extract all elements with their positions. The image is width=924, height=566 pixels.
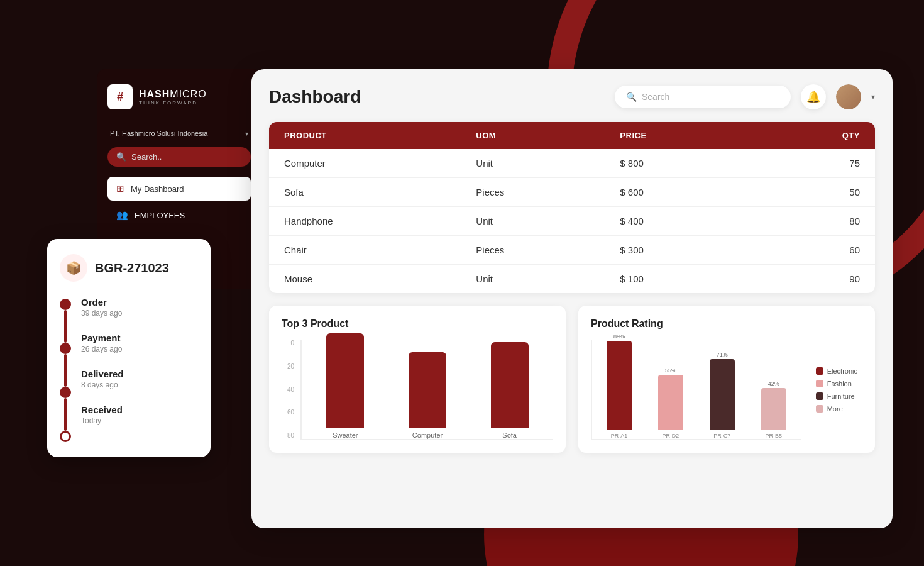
bell-icon: 🔔 [806, 90, 820, 104]
rating-bar-prc7: 71% PR-C7 [701, 352, 743, 439]
legend-label-fashion: Fashion [827, 380, 852, 387]
step-order-label: Order [81, 297, 198, 308]
step-delivered-time: 8 days ago [81, 380, 198, 389]
sidebar-dashboard-label: My Dashboard [131, 184, 184, 194]
pct-pra1: 89% [613, 333, 625, 340]
avatar [836, 84, 861, 109]
top3-bar-area: Sweater Computer Sofa [300, 340, 553, 440]
order-card-header: 📦 BGR-271023 [60, 254, 198, 282]
cell-uom-3: Pieces [476, 245, 620, 255]
main-panel: Dashboard 🔍 🔔 ▾ PRODUCT UoM PRICE QTY Co… [251, 69, 893, 528]
timeline-track [60, 297, 71, 442]
logo-text: HASHMICRO THINK FORWARD [139, 89, 207, 106]
pct-prb5: 42% [768, 380, 779, 387]
page-title: Dashboard [269, 87, 361, 107]
legend-label-furniture: Furniture [827, 392, 855, 400]
legend-furniture: Furniture [816, 392, 857, 400]
table-row: Sofa Pieces $ 600 50 [269, 178, 875, 207]
cell-price-2: $ 400 [620, 216, 764, 226]
timeline-dot-4 [60, 431, 71, 442]
step-payment-label: Payment [81, 333, 198, 343]
timeline-dot-3 [60, 387, 71, 398]
rating-bar-prd2: 55% PR-D2 [650, 367, 691, 439]
bar-sweater-label: Sweater [333, 431, 358, 439]
cell-qty-2: 80 [764, 216, 860, 226]
rbar-prc7-fill [710, 359, 735, 430]
company-selector[interactable]: PT. Hashmicro Solusi Indonesia ▾ [107, 130, 251, 137]
sidebar-item-dashboard[interactable]: ⊞ My Dashboard [107, 177, 251, 201]
sidebar-employees-label: EMPLOYEES [135, 211, 185, 220]
company-name: PT. Hashmicro Solusi Indonesia [110, 130, 207, 137]
order-icon: 📦 [60, 254, 87, 282]
timeline-step-delivered: Delivered 8 days ago [81, 369, 198, 404]
cell-uom-1: Pieces [476, 187, 620, 197]
rbar-prc7-label: PR-C7 [713, 433, 730, 439]
rating-chart-body: 89% PR-A1 55% PR-D2 71% PR-C7 [591, 340, 862, 440]
table-row: Chair Pieces $ 300 60 [269, 236, 875, 265]
bar-sweater: Sweater [314, 333, 377, 439]
employees-icon: 👥 [116, 209, 128, 221]
cell-product-1: Sofa [284, 187, 476, 197]
bar-computer: Computer [397, 352, 459, 439]
table-row: Computer Unit $ 800 75 [269, 149, 875, 178]
avatar-button[interactable] [836, 84, 861, 109]
top3-bars: Sweater Computer Sofa [300, 340, 553, 440]
search-input[interactable] [642, 92, 779, 102]
header-actions: 🔍 🔔 ▾ [615, 84, 875, 109]
rating-chart-title: Product Rating [591, 318, 862, 330]
bar-sofa: Sofa [478, 342, 541, 439]
notification-button[interactable]: 🔔 [801, 84, 826, 109]
rating-legend: Electronic Fashion Furniture More [811, 340, 862, 440]
top3-chart-title: Top 3 Product [282, 318, 553, 330]
cell-uom-2: Unit [476, 216, 620, 226]
dashboard-icon: ⊞ [116, 183, 124, 194]
table-row: Mouse Unit $ 100 90 [269, 265, 875, 293]
legend-label-more: More [827, 405, 843, 413]
legend-dot-fashion [816, 380, 823, 387]
bar-sofa-fill [491, 342, 529, 428]
sidebar-search-input[interactable] [131, 152, 242, 162]
legend-dot-furniture [816, 392, 823, 400]
pct-prc7: 71% [717, 352, 728, 358]
main-search-bar[interactable]: 🔍 [615, 86, 791, 108]
top3-chart-card: Top 3 Product 80 60 40 20 0 Sweater [269, 306, 566, 453]
timeline-step-received: Received Today [81, 404, 198, 440]
step-received-label: Received [81, 404, 198, 415]
cell-uom-4: Unit [476, 274, 620, 284]
col-price: PRICE [620, 131, 764, 140]
cell-uom-0: Unit [476, 158, 620, 169]
timeline-step-order: Order 39 days ago [81, 297, 198, 333]
cell-price-0: $ 800 [620, 158, 764, 169]
cell-price-4: $ 100 [620, 274, 764, 284]
legend-dot-electronic [816, 367, 823, 375]
legend-label-electronic: Electronic [827, 367, 857, 375]
sidebar-search[interactable]: 🔍 [107, 147, 251, 167]
col-product: PRODUCT [284, 131, 476, 140]
cell-qty-0: 75 [764, 158, 860, 169]
rbar-prd2-label: PR-D2 [662, 433, 679, 439]
timeline-line-2 [64, 354, 67, 387]
rating-chart-card: Product Rating 89% PR-A1 55% PR-D2 71% [578, 306, 875, 453]
cell-product-2: Handphone [284, 216, 476, 226]
sidebar-item-employees[interactable]: 👥 EMPLOYEES [107, 203, 251, 227]
charts-row: Top 3 Product 80 60 40 20 0 Sweater [269, 306, 875, 453]
top3-chart-body: 80 60 40 20 0 Sweater Computer [282, 340, 553, 440]
logo-name: HASHMICRO [139, 89, 207, 100]
timeline-line-3 [64, 398, 67, 431]
step-order-time: 39 days ago [81, 309, 198, 318]
col-qty: QTY [764, 131, 860, 140]
order-card: 📦 BGR-271023 Order 39 days ago Payment 2… [47, 239, 211, 457]
rating-bar-pra1: 89% PR-A1 [598, 333, 640, 439]
table-header: PRODUCT UoM PRICE QTY [269, 122, 875, 149]
rbar-pra1-fill [607, 341, 632, 430]
legend-fashion: Fashion [816, 380, 857, 387]
timeline-step-payment: Payment 26 days ago [81, 333, 198, 369]
order-id: BGR-271023 [95, 261, 169, 275]
step-delivered-label: Delivered [81, 369, 198, 379]
logo-icon: # [107, 84, 133, 109]
cell-product-3: Chair [284, 245, 476, 255]
col-uom: UoM [476, 131, 620, 140]
rbar-pra1-label: PR-A1 [611, 433, 628, 439]
logo-tagline: THINK FORWARD [139, 100, 207, 106]
rbar-prb5-label: PR-B5 [765, 433, 782, 439]
